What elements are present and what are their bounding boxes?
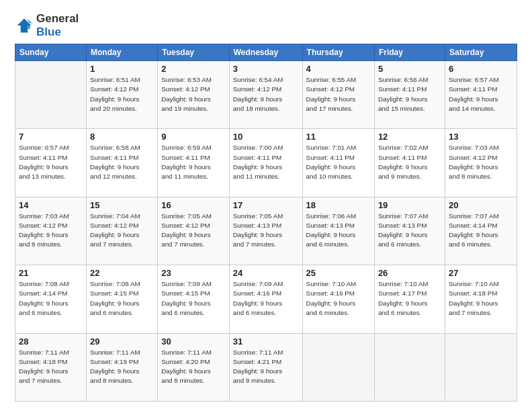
day-info: Sunrise: 6:55 AM Sunset: 4:12 PM Dayligh… <box>306 75 371 113</box>
calendar-cell: 15Sunrise: 7:04 AM Sunset: 4:12 PM Dayli… <box>86 197 157 265</box>
page: General Blue SundayMondayTuesdayWednesda… <box>0 0 532 411</box>
day-info: Sunrise: 6:51 AM Sunset: 4:12 PM Dayligh… <box>90 75 154 113</box>
day-number: 29 <box>90 336 154 347</box>
day-number: 5 <box>378 64 441 74</box>
calendar-cell: 24Sunrise: 7:09 AM Sunset: 4:16 PM Dayli… <box>229 265 302 333</box>
day-number: 14 <box>19 200 83 210</box>
day-info: Sunrise: 7:11 AM Sunset: 4:18 PM Dayligh… <box>19 348 83 386</box>
calendar-cell: 17Sunrise: 7:05 AM Sunset: 4:13 PM Dayli… <box>229 197 302 265</box>
day-info: Sunrise: 7:11 AM Sunset: 4:21 PM Dayligh… <box>233 348 299 386</box>
day-info: Sunrise: 6:57 AM Sunset: 4:11 PM Dayligh… <box>19 143 83 181</box>
calendar-cell: 4Sunrise: 6:55 AM Sunset: 4:12 PM Daylig… <box>302 61 374 129</box>
day-info: Sunrise: 7:02 AM Sunset: 4:11 PM Dayligh… <box>378 143 441 181</box>
day-number: 13 <box>449 132 513 142</box>
day-number: 20 <box>449 200 513 210</box>
logo-icon <box>15 16 34 35</box>
day-number: 7 <box>19 132 83 142</box>
day-number: 30 <box>161 336 226 347</box>
calendar-cell: 13Sunrise: 7:03 AM Sunset: 4:12 PM Dayli… <box>445 129 517 197</box>
day-number: 15 <box>90 200 154 210</box>
calendar-header-row: SundayMondayTuesdayWednesdayThursdayFrid… <box>15 44 517 61</box>
day-info: Sunrise: 7:10 AM Sunset: 4:17 PM Dayligh… <box>378 279 441 318</box>
day-info: Sunrise: 7:07 AM Sunset: 4:14 PM Dayligh… <box>449 212 513 250</box>
day-number: 6 <box>449 64 513 74</box>
calendar-week-2: 7Sunrise: 6:57 AM Sunset: 4:11 PM Daylig… <box>15 129 517 197</box>
day-info: Sunrise: 7:07 AM Sunset: 4:13 PM Dayligh… <box>378 212 441 250</box>
calendar-cell: 23Sunrise: 7:09 AM Sunset: 4:15 PM Dayli… <box>158 265 230 333</box>
day-info: Sunrise: 7:10 AM Sunset: 4:16 PM Dayligh… <box>306 279 371 318</box>
day-info: Sunrise: 7:10 AM Sunset: 4:18 PM Dayligh… <box>449 279 513 318</box>
calendar-cell: 27Sunrise: 7:10 AM Sunset: 4:18 PM Dayli… <box>445 265 517 333</box>
day-number: 9 <box>161 132 226 142</box>
calendar-weekday-saturday: Saturday <box>445 44 517 61</box>
top-section: General Blue <box>15 12 517 38</box>
calendar-cell: 1Sunrise: 6:51 AM Sunset: 4:12 PM Daylig… <box>86 61 157 129</box>
calendar-cell: 7Sunrise: 6:57 AM Sunset: 4:11 PM Daylig… <box>15 129 87 197</box>
day-info: Sunrise: 6:53 AM Sunset: 4:12 PM Dayligh… <box>161 75 226 113</box>
day-number: 11 <box>306 132 371 142</box>
day-info: Sunrise: 7:08 AM Sunset: 4:15 PM Dayligh… <box>90 279 154 318</box>
day-number: 18 <box>306 200 371 210</box>
day-info: Sunrise: 7:09 AM Sunset: 4:16 PM Dayligh… <box>233 279 299 318</box>
day-info: Sunrise: 7:04 AM Sunset: 4:12 PM Dayligh… <box>90 212 154 250</box>
calendar-cell: 25Sunrise: 7:10 AM Sunset: 4:16 PM Dayli… <box>302 265 374 333</box>
day-number: 23 <box>161 268 226 278</box>
calendar-weekday-tuesday: Tuesday <box>158 44 230 61</box>
day-info: Sunrise: 7:11 AM Sunset: 4:20 PM Dayligh… <box>161 348 226 386</box>
day-info: Sunrise: 7:09 AM Sunset: 4:15 PM Dayligh… <box>161 279 226 318</box>
day-number: 16 <box>161 200 226 210</box>
calendar-cell: 21Sunrise: 7:08 AM Sunset: 4:14 PM Dayli… <box>15 265 87 333</box>
day-number: 25 <box>306 268 371 278</box>
logo-text: General Blue <box>36 12 79 38</box>
day-info: Sunrise: 6:58 AM Sunset: 4:11 PM Dayligh… <box>90 143 154 181</box>
day-info: Sunrise: 7:03 AM Sunset: 4:12 PM Dayligh… <box>449 143 513 181</box>
day-number: 8 <box>90 132 154 142</box>
calendar-cell: 29Sunrise: 7:11 AM Sunset: 4:19 PM Dayli… <box>86 333 157 401</box>
calendar-cell: 2Sunrise: 6:53 AM Sunset: 4:12 PM Daylig… <box>158 61 230 129</box>
day-info: Sunrise: 7:01 AM Sunset: 4:11 PM Dayligh… <box>306 143 371 181</box>
logo: General Blue <box>15 12 79 38</box>
calendar-cell: 28Sunrise: 7:11 AM Sunset: 4:18 PM Dayli… <box>15 333 87 401</box>
calendar-cell <box>302 333 374 401</box>
calendar-cell <box>445 333 517 401</box>
calendar-weekday-friday: Friday <box>374 44 445 61</box>
calendar-week-5: 28Sunrise: 7:11 AM Sunset: 4:18 PM Dayli… <box>15 333 517 401</box>
day-number: 21 <box>19 268 83 278</box>
day-info: Sunrise: 6:59 AM Sunset: 4:11 PM Dayligh… <box>161 143 226 181</box>
calendar-cell: 11Sunrise: 7:01 AM Sunset: 4:11 PM Dayli… <box>302 129 374 197</box>
day-number: 1 <box>90 64 154 74</box>
day-info: Sunrise: 6:54 AM Sunset: 4:12 PM Dayligh… <box>233 75 299 113</box>
day-number: 19 <box>378 200 441 210</box>
calendar-cell: 9Sunrise: 6:59 AM Sunset: 4:11 PM Daylig… <box>158 129 230 197</box>
calendar-cell: 26Sunrise: 7:10 AM Sunset: 4:17 PM Dayli… <box>374 265 445 333</box>
day-info: Sunrise: 7:03 AM Sunset: 4:12 PM Dayligh… <box>19 212 83 250</box>
day-number: 26 <box>378 268 441 278</box>
calendar-week-1: 1Sunrise: 6:51 AM Sunset: 4:12 PM Daylig… <box>15 61 517 129</box>
day-info: Sunrise: 7:05 AM Sunset: 4:12 PM Dayligh… <box>161 212 226 250</box>
day-info: Sunrise: 7:08 AM Sunset: 4:14 PM Dayligh… <box>19 279 83 318</box>
calendar-cell: 30Sunrise: 7:11 AM Sunset: 4:20 PM Dayli… <box>158 333 230 401</box>
day-number: 12 <box>378 132 441 142</box>
calendar-weekday-thursday: Thursday <box>302 44 374 61</box>
day-number: 22 <box>90 268 154 278</box>
day-info: Sunrise: 7:05 AM Sunset: 4:13 PM Dayligh… <box>233 212 299 250</box>
calendar-cell: 12Sunrise: 7:02 AM Sunset: 4:11 PM Dayli… <box>374 129 445 197</box>
calendar-cell: 10Sunrise: 7:00 AM Sunset: 4:11 PM Dayli… <box>229 129 302 197</box>
calendar-cell: 3Sunrise: 6:54 AM Sunset: 4:12 PM Daylig… <box>229 61 302 129</box>
calendar-cell: 16Sunrise: 7:05 AM Sunset: 4:12 PM Dayli… <box>158 197 230 265</box>
calendar-cell: 8Sunrise: 6:58 AM Sunset: 4:11 PM Daylig… <box>86 129 157 197</box>
day-info: Sunrise: 6:57 AM Sunset: 4:11 PM Dayligh… <box>449 75 513 113</box>
day-number: 28 <box>19 336 83 347</box>
calendar-table: SundayMondayTuesdayWednesdayThursdayFrid… <box>15 44 517 402</box>
day-info: Sunrise: 6:56 AM Sunset: 4:11 PM Dayligh… <box>378 75 441 113</box>
calendar-weekday-monday: Monday <box>86 44 157 61</box>
calendar-cell: 6Sunrise: 6:57 AM Sunset: 4:11 PM Daylig… <box>445 61 517 129</box>
day-info: Sunrise: 7:11 AM Sunset: 4:19 PM Dayligh… <box>90 348 154 386</box>
calendar-cell: 14Sunrise: 7:03 AM Sunset: 4:12 PM Dayli… <box>15 197 87 265</box>
day-number: 27 <box>449 268 513 278</box>
day-info: Sunrise: 7:06 AM Sunset: 4:13 PM Dayligh… <box>306 212 371 250</box>
calendar-weekday-wednesday: Wednesday <box>229 44 302 61</box>
calendar-week-3: 14Sunrise: 7:03 AM Sunset: 4:12 PM Dayli… <box>15 197 517 265</box>
calendar-cell: 19Sunrise: 7:07 AM Sunset: 4:13 PM Dayli… <box>374 197 445 265</box>
calendar-cell: 22Sunrise: 7:08 AM Sunset: 4:15 PM Dayli… <box>86 265 157 333</box>
